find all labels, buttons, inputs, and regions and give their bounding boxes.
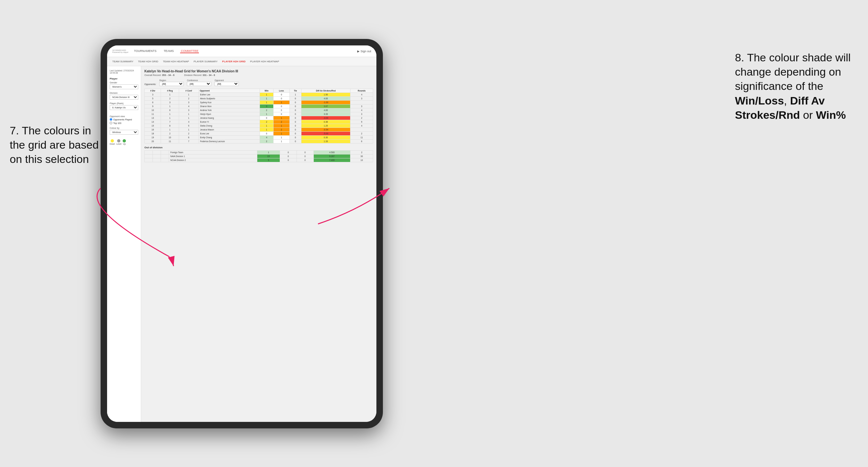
region-select[interactable]: (All) [159,82,184,86]
cell-tie: 0 [289,120,301,124]
app-header: SCOREBOARD Powered by clippd TOURNAMENTS… [107,45,376,57]
player-section-label: Player [110,77,138,80]
cell-tie: 0 [289,108,301,112]
cell-diff: 0.38 [302,120,350,124]
cell-reg: 7 [161,120,179,124]
cell-conf: 3 [179,108,198,112]
cell-conf: 1 [179,128,198,132]
legend-dot-level [117,139,120,143]
table-row: 16 1 1 Jessica Mason 1 2 0 -0.94 [145,128,373,132]
cell-win: 3 [259,104,273,108]
cell-loss: 0 [274,108,290,112]
division-label: Division [110,92,138,94]
cell-win: 1 [259,97,273,101]
opponent-select[interactable]: (All) [215,82,239,86]
subnav-team-h2h-grid[interactable]: TEAM H2H GRID [138,60,158,63]
filters-row: Opponents: Region (All) Conference (All)… [145,79,373,86]
legend-up-label: Up [123,143,126,145]
cell-loss: 1 [274,116,290,120]
cell-div: 3 [145,93,161,97]
legend-dot-down [111,139,114,143]
ood-diff: 7.400 [313,158,350,162]
table-row: 9 1 4 Sharon Mun 3 0 0 3.67 3 [145,104,373,108]
cell-tie: 0 [289,104,301,108]
cell-opponent: Heejo Hyun [198,112,259,116]
legend-dot-up [123,139,126,143]
cell-win: 0 [259,116,273,120]
conference-select[interactable]: (All) [187,82,211,86]
nav-teams[interactable]: TEAMS [163,49,174,53]
col-div: # Div [145,89,161,93]
main-content: Last Updated: 27/03/2024 16:55:38 Player… [107,66,376,422]
cell-diff: 1.25 [302,124,350,128]
nav-committee[interactable]: COMMITTEE [180,49,199,53]
region-filter: Region (All) [159,79,184,86]
sign-out[interactable]: ▶ Sign out [357,50,371,53]
ood-conf [161,154,169,158]
subnav-team-h2h-heatmap[interactable]: TEAM H2H HEATMAP [163,60,189,63]
tablet-frame: SCOREBOARD Powered by clippd TOURNAMENTS… [101,39,383,428]
cell-opponent: Esther Lee [198,93,259,97]
opponents-played-radio[interactable]: Opponents Played [110,118,138,121]
ood-reg [153,151,161,154]
table-row: 11 1 1 Heejo Hyun 1 0 0 3.33 3 [145,112,373,116]
subnav-player-summary[interactable]: PLAYER SUMMARY [194,60,218,63]
nav-tournaments[interactable]: TOURNAMENTS [133,49,157,53]
col-diff: Diff Av Strokes/Rnd [302,89,350,93]
player-rank-label: Player (Rank) [110,102,138,104]
cell-rounds: 3 [350,104,373,108]
cell-loss: 0 [274,97,290,101]
cell-tie: 0 [289,128,301,132]
colour-by-select[interactable]: Win/loss [110,130,138,135]
cell-reg: 1 [161,128,179,132]
subnav-player-h2h-heatmap[interactable]: PLAYER H2H HEATMAP [250,60,279,63]
conference-filter: Conference (All) [187,79,211,86]
cell-conf: 2 [179,97,198,101]
cell-div: 5 [145,97,161,101]
cell-div: 10 [145,108,161,112]
subnav-player-h2h-grid[interactable]: PLAYER H2H GRID [222,60,246,63]
opponent-view-label: Opponent view [110,115,138,118]
cell-diff: 4.00 [302,108,350,112]
cell-loss: 1 [274,139,290,144]
cell-rounds: 4 [350,124,373,128]
cell-tie: 0 [289,112,301,116]
cell-reg: 6 [161,108,179,112]
cell-tie: 0 [289,101,301,104]
opponent-view-section: Opponent view Opponents Played Top 100 [110,115,138,124]
colour-by-section: Colour by Win/loss [110,127,138,137]
out-of-division-table: Foreign Team 1 0 0 4.500 2 NAIA Division… [145,150,373,162]
table-row: 19 10 6 Emily Chang 4 1 0 0.30 11 [145,136,373,139]
table-row: 20 11 7 Federica Domecq Lacroze 2 1 0 1.… [145,139,373,144]
ood-row: NCAA Division 2 5 0 0 7.400 10 [145,158,373,162]
ood-div [145,158,153,162]
division-select[interactable]: NCAA Division III [110,95,138,100]
top100-radio[interactable]: Top 100 [110,122,138,124]
cell-rounds: 2 [350,132,373,136]
player-rank-select[interactable]: 8. Katelyn Vo [110,105,138,110]
cell-diff: 1.50 [302,93,350,97]
legend-down-label: Down [110,143,115,145]
cell-tie: 0 [289,116,301,120]
cell-conf: 7 [179,139,198,144]
ood-reg [153,158,161,162]
cell-tie: 0 [289,132,301,136]
cell-reg: 8 [161,124,179,128]
cell-tie: 0 [289,124,301,128]
ood-win: 5 [257,158,280,162]
h2h-table: # Div # Reg # Conf Opponent Win Loss Tie… [145,89,373,144]
cell-conf: 6 [179,136,198,139]
cell-rounds: 9 [350,120,373,124]
cell-diff: 0.30 [302,136,350,139]
col-loss: Loss [274,89,290,93]
legend: Down Level Up [110,139,138,145]
subnav-team-summary[interactable]: TEAM SUMMARY [112,60,133,63]
table-row: 5 2 2 Alexis Sudjianto 1 0 0 4.00 3 [145,97,373,101]
cell-loss: 2 [274,128,290,132]
cell-diff: 3.33 [302,112,350,116]
ood-loss: 0 [280,151,297,154]
cell-div: 20 [145,139,161,144]
ood-rounds: 2 [350,151,373,154]
cell-tie: 0 [289,139,301,144]
gender-select[interactable]: Women's [110,84,138,89]
